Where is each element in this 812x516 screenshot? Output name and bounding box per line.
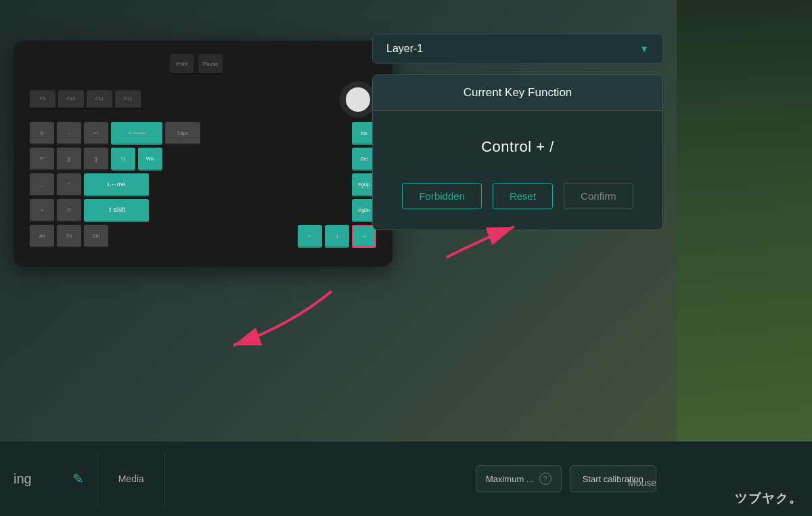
- mouse-tab: Mouse: [628, 477, 656, 489]
- key-0[interactable]: 0: [30, 122, 54, 145]
- f10-key[interactable]: F10: [58, 90, 84, 109]
- key-p[interactable]: P: [30, 148, 54, 171]
- keyboard-section: Print Pause F9 F10 F11 F12: [0, 41, 420, 267]
- key-win-teal[interactable]: Win: [138, 148, 162, 171]
- nature-background: [677, 0, 812, 516]
- help-icon: ?: [539, 473, 551, 485]
- f12-key[interactable]: F12: [115, 90, 141, 109]
- maximum-button[interactable]: Maximum ... ?: [476, 465, 562, 492]
- maximum-label: Maximum ...: [486, 474, 534, 484]
- media-tab[interactable]: Media: [98, 452, 165, 506]
- media-label: Media: [118, 473, 144, 484]
- f9-key[interactable]: F9: [30, 90, 55, 109]
- f11-key[interactable]: F11: [87, 90, 112, 109]
- key-alt[interactable]: Alt: [30, 225, 54, 248]
- layer-label: Layer-1: [386, 43, 423, 55]
- encoder-knob[interactable]: [340, 81, 376, 118]
- mouse-label: Mouse: [628, 477, 656, 488]
- layer-dropdown[interactable]: Layer-1 ▼: [372, 34, 663, 64]
- key-angle[interactable]: >: [30, 199, 54, 222]
- key-row-4: > /? ⇧Shift PgDn: [30, 199, 376, 222]
- key-quote[interactable]: '": [57, 173, 81, 196]
- branding: ツブヤク。: [735, 490, 803, 507]
- key-bracket-right[interactable]: ]}: [84, 148, 108, 171]
- key-row-3: ;: '" L←me PgUp: [30, 173, 376, 196]
- branding-text: ツブヤク。: [735, 492, 803, 505]
- key-row-5: Alt Fn Ctrl ← ↓ →: [30, 225, 376, 248]
- key-caps-lock[interactable]: Caps: [165, 122, 200, 145]
- key-row-2: P [{ ]} \ | Win Del: [30, 148, 376, 171]
- key-arrow-left[interactable]: ←: [298, 225, 322, 248]
- key-shift-teal[interactable]: ⇧Shift: [84, 199, 149, 222]
- knob-inner: [346, 87, 370, 112]
- key-slash[interactable]: /?: [57, 199, 81, 222]
- keyboard-container: Print Pause F9 F10 F11 F12: [14, 41, 392, 267]
- key-backslash-teal[interactable]: \ |: [111, 148, 135, 171]
- forbidden-button[interactable]: Forbidden: [402, 183, 482, 209]
- key-bracket-left[interactable]: [{: [57, 148, 81, 171]
- key-enter-teal[interactable]: L←me: [84, 173, 149, 196]
- edit-icon: ✎: [72, 471, 84, 487]
- key-semicolon[interactable]: ;:: [30, 173, 54, 196]
- sidebar-label: ing: [14, 471, 32, 486]
- panel-buttons: Forbidden Reset Confirm: [386, 183, 649, 209]
- print-key[interactable]: Print: [170, 54, 194, 74]
- key-row-1: 0 – =+ ←—— Caps Ins: [30, 122, 376, 145]
- key-minus[interactable]: –: [57, 122, 81, 145]
- pause-key[interactable]: Pause: [198, 54, 223, 74]
- function-key-row: F9 F10 F11 F12: [30, 81, 376, 118]
- main-key-area: 0 – =+ ←—— Caps Ins P [{ ]} \ | Win Del …: [30, 122, 376, 248]
- bottom-bar: ing ✎ Media Maximum ... ? Start calibrat…: [0, 442, 812, 516]
- key-ctrl[interactable]: Ctrl: [84, 225, 108, 248]
- panel-header-text: Current Key Function: [464, 86, 572, 99]
- key-arrow-down[interactable]: ↓: [325, 225, 349, 248]
- reset-button[interactable]: Reset: [493, 183, 553, 209]
- current-function-display: Control + /: [481, 138, 554, 156]
- key-fn-key[interactable]: Fn: [57, 225, 81, 248]
- confirm-button[interactable]: Confirm: [564, 183, 633, 209]
- key-backspace-teal[interactable]: ←——: [111, 122, 162, 145]
- top-keys-row: Print Pause: [30, 54, 376, 74]
- edit-tab[interactable]: ✎: [59, 452, 98, 506]
- right-panel: Layer-1 ▼ Current Key Function Control +…: [372, 34, 663, 230]
- panel-header: Current Key Function: [373, 75, 662, 111]
- key-equals[interactable]: =+: [84, 122, 108, 145]
- dropdown-arrow-icon: ▼: [639, 43, 649, 54]
- key-function-panel: Current Key Function Control + / Forbidd…: [372, 74, 663, 230]
- panel-body: Control + / Forbidden Reset Confirm: [373, 111, 662, 230]
- bottom-left-label: ing: [0, 471, 32, 487]
